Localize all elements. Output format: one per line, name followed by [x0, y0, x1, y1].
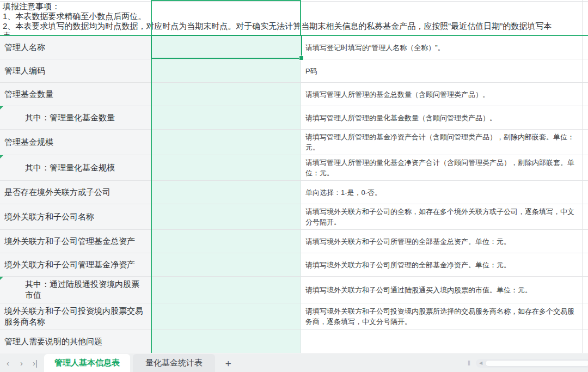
row-gridline	[0, 1, 588, 2]
overflow-cell	[583, 106, 588, 129]
table-row: 境外关联方和子公司名称请填写境外关联方和子公司的全称，如存在多个境外关联方或子公…	[0, 204, 588, 230]
notes-cell[interactable]: 填报注意事项：1、本表数据要求精确至小数点后两位。2、本表要求填写的数据均为时点…	[0, 0, 588, 36]
table-row: 管理基金规模请填写管理人所管理的基金净资产合计（含顾问管理类产品），剔除内部嵌套…	[0, 130, 588, 155]
scrollbar-thumb[interactable]	[485, 360, 588, 367]
scroll-left-icon[interactable]: ◀	[479, 361, 482, 365]
sheet-tab-bar: ‹ › ›| 管理人基本信息表 量化基金统计表 ＋ ‖ ◀	[0, 354, 588, 372]
notes-line: 1、本表数据要求精确至小数点后两位。	[3, 11, 588, 21]
overflow-cell	[583, 253, 588, 276]
label-cell[interactable]: 其中：管理量化基金数量	[0, 106, 151, 129]
desc-cell[interactable]	[301, 330, 583, 353]
table-row: 其中：管理量化基金规模请填写管理人所管理的量化基金净资产合计（含顾问管理类产品）…	[0, 155, 588, 181]
corner-marker-icon	[0, 106, 3, 109]
selection-outline-right	[300, 0, 301, 36]
value-cell[interactable]	[151, 330, 301, 353]
active-cell-border[interactable]	[151, 35, 302, 59]
sheet-nav: ‹ › ›|	[0, 354, 44, 372]
desc-cell[interactable]: 请填写管理人所管理的量化基金净资产合计（含顾问管理类产品），剔除内部嵌套。单位：…	[301, 155, 583, 180]
table-rows: 管理人名称请填写登记时填写的“管理人名称（全称）”。管理人编码P码管理基金数量请…	[0, 36, 588, 353]
corner-marker-icon	[0, 155, 3, 158]
label-cell[interactable]: 其中：通过陆股通投资境内股票市值	[0, 277, 151, 303]
desc-cell[interactable]: 单向选择：1-是，0-否。	[301, 181, 583, 204]
table-row: 境外关联方和子公司管理基金总资产请填写境外关联方和子公司所管理的全部基金总资产。…	[0, 230, 588, 253]
desc-cell[interactable]: 请填写管理人所管理的基金总数量（含顾问管理类产品）。	[301, 83, 583, 106]
overflow-cell	[583, 130, 588, 155]
tab-quant-fund-stats[interactable]: 量化基金统计表	[133, 354, 215, 372]
overflow-cell	[583, 303, 588, 330]
notes-line: 填报注意事项：	[3, 2, 588, 11]
desc-cell[interactable]: 请填写境外关联方和子公司的全称，如存在多个境外关联方或子公司，逐条填写，中文分号…	[301, 204, 583, 229]
value-cell[interactable]	[151, 59, 301, 82]
overflow-cell	[583, 36, 588, 59]
desc-cell[interactable]: 请填写境外关联方和子公司投资境内股票所选择的交易服务商名称，如存在多个交易服务商…	[301, 303, 583, 330]
overflow-cell	[583, 204, 588, 229]
label-cell[interactable]: 其中：管理量化基金规模	[0, 155, 151, 180]
tab-manager-basic-info[interactable]: 管理人基本信息表	[44, 354, 130, 372]
column-gridline	[582, 0, 583, 36]
table-row: 境外关联方和子公司投资境内股票交易服务商名称请填写境外关联方和子公司投资境内股票…	[0, 303, 588, 330]
label-cell[interactable]: 境外关联方和子公司名称	[0, 204, 151, 229]
selection-outline-top	[151, 0, 301, 1]
prev-sheet-icon[interactable]: ‹	[1, 354, 15, 372]
desc-cell[interactable]: 请填写管理人所管理的基金净资产合计（含顾问管理类产品），剔除内部嵌套。单位：元。	[301, 130, 583, 155]
overflow-cell	[583, 181, 588, 204]
horizontal-scrollbar[interactable]: ◀	[476, 359, 588, 368]
fill-handle[interactable]	[299, 56, 304, 60]
overflow-cell	[583, 230, 588, 253]
desc-cell[interactable]: 请填写境外关联方和子公司所管理的全部基金净资产。单位：元。	[301, 253, 583, 276]
overflow-cell	[583, 59, 588, 82]
value-cell[interactable]	[151, 277, 301, 303]
overflow-cell	[583, 155, 588, 180]
corner-marker-icon	[0, 277, 3, 280]
label-cell[interactable]: 境外关联方和子公司管理基金净资产	[0, 253, 151, 276]
label-cell[interactable]: 管理基金数量	[0, 83, 151, 106]
label-cell[interactable]: 境外关联方和子公司投资境内股票交易服务商名称	[0, 303, 151, 330]
value-cell[interactable]	[151, 83, 301, 106]
table-row: 管理基金数量请填写管理人所管理的基金总数量（含顾问管理类产品）。	[0, 83, 588, 106]
label-cell[interactable]: 管理基金规模	[0, 130, 151, 155]
overflow-cell	[583, 277, 588, 303]
add-sheet-icon[interactable]: ＋	[215, 354, 241, 372]
value-cell[interactable]	[151, 303, 301, 330]
table-row: 管理人需要说明的其他问题	[0, 330, 588, 353]
desc-cell[interactable]: 请填写管理人所管理的量化基金数量（含顾问管理类产品）。	[301, 106, 583, 129]
table-row: 境外关联方和子公司管理基金净资产请填写境外关联方和子公司所管理的全部基金净资产。…	[0, 253, 588, 277]
last-sheet-icon[interactable]: ›|	[28, 354, 42, 372]
value-cell[interactable]	[151, 204, 301, 229]
label-cell[interactable]: 管理人名称	[0, 36, 151, 59]
scrollbar-area: ‖ ◀	[468, 354, 588, 372]
desc-cell[interactable]: P码	[301, 59, 583, 82]
value-cell[interactable]	[151, 155, 301, 180]
table-row: 管理人编码P码	[0, 59, 588, 83]
value-cell[interactable]	[151, 106, 301, 129]
desc-cell[interactable]: 请填写登记时填写的“管理人名称（全称）”。	[301, 36, 583, 59]
label-cell[interactable]: 管理人编码	[0, 59, 151, 82]
value-cell[interactable]	[151, 130, 301, 155]
sheet-grid: 填报注意事项：1、本表数据要求精确至小数点后两位。2、本表要求填写的数据均为时点…	[0, 0, 588, 354]
overflow-cell	[583, 330, 588, 353]
overflow-cell	[583, 83, 588, 106]
value-cell[interactable]	[151, 230, 301, 253]
label-cell[interactable]: 境外关联方和子公司管理基金总资产	[0, 230, 151, 253]
table-row: 是否存在境外关联方或子公司单向选择：1-是，0-否。	[0, 181, 588, 204]
label-cell[interactable]: 管理人需要说明的其他问题	[0, 330, 151, 353]
label-cell[interactable]: 是否存在境外关联方或子公司	[0, 181, 151, 204]
value-cell[interactable]	[151, 253, 301, 276]
table-row: 其中：管理量化基金数量请填写管理人所管理的量化基金数量（含顾问管理类产品）。	[0, 106, 588, 130]
table-row: 其中：通过陆股通投资境内股票市值请填写境外关联方和子公司通过陆股通买入境内股票的…	[0, 277, 588, 303]
desc-cell[interactable]: 请填写境外关联方和子公司所管理的全部基金总资产。单位：元。	[301, 230, 583, 253]
value-cell[interactable]	[151, 181, 301, 204]
desc-cell[interactable]: 请填写境外关联方和子公司通过陆股通买入境内股票的市值。单位：元。	[301, 277, 583, 303]
notes-line: 2、本表要求填写的数据均为时点数据，对应时点为当期末时点。对于确实无法计算当期末…	[3, 21, 588, 31]
next-sheet-icon[interactable]: ›	[15, 354, 28, 372]
tab-resizer-icon[interactable]: ‖	[468, 359, 471, 367]
